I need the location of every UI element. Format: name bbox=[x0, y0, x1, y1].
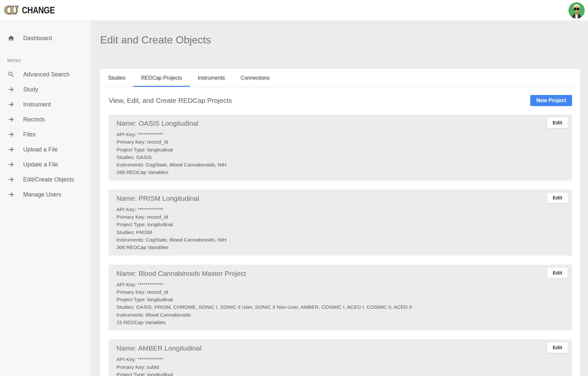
sidebar-item-instrument[interactable]: Instrument bbox=[0, 97, 90, 112]
sidebar-item-advanced-search[interactable]: Advanced Search bbox=[0, 67, 90, 82]
project-instruments: Instruments: Blood Cannabinoids bbox=[116, 311, 564, 319]
sidebar-item-label: Edit/Create Objects bbox=[23, 176, 74, 183]
sidebar-item-update-a-file[interactable]: Update a File bbox=[0, 157, 90, 172]
new-project-button[interactable]: New Project bbox=[530, 95, 572, 106]
sidebar: Dashboard MENU Advanced Search Study Ins… bbox=[0, 21, 90, 376]
edit-button[interactable]: Edit bbox=[547, 267, 568, 278]
arrow-right-icon bbox=[7, 161, 15, 168]
svg-text:CU: CU bbox=[4, 4, 18, 17]
project-instruments: Instruments: CogState, Blood Cannabinoid… bbox=[116, 236, 564, 243]
arrow-right-icon bbox=[7, 176, 15, 183]
sidebar-item-dashboard[interactable]: Dashboard bbox=[0, 31, 90, 46]
app-header: CU CHANGE bbox=[0, 0, 588, 21]
project-studies: Studies: OASIS, PRISM, CHROME, SONIC I, … bbox=[116, 303, 564, 311]
project-api-key: API Key: ************* bbox=[116, 131, 564, 138]
project-primary-key: Primary Key: record_id bbox=[116, 213, 564, 221]
project-primary-key: Primary Key: record_id bbox=[116, 138, 564, 146]
sidebar-item-label: Records bbox=[23, 116, 45, 123]
tab-panel-redcap-projects: View, Edit, and Create REDCap Projects N… bbox=[100, 87, 580, 376]
tab-connections[interactable]: Connections bbox=[233, 69, 277, 87]
sidebar-item-label: Study bbox=[23, 86, 38, 93]
arrow-right-icon bbox=[7, 191, 15, 198]
project-type: Project Type: longitudinal bbox=[116, 296, 564, 303]
project-card-blood-cannabinoids-master: Name: Blood Cannabinoids Master Project … bbox=[109, 265, 572, 331]
arrow-right-icon bbox=[7, 146, 15, 153]
project-type: Project Type: longitudinal bbox=[116, 371, 564, 376]
user-avatar[interactable] bbox=[568, 2, 585, 19]
project-variable-count: 266 REDCap Variables bbox=[116, 168, 564, 176]
content-panel: Studies REDCap Projects Instruments Conn… bbox=[100, 69, 580, 376]
sidebar-item-label: Upload a File bbox=[23, 146, 58, 153]
edit-button[interactable]: Edit bbox=[547, 117, 568, 128]
tab-redcap-projects[interactable]: REDCap Projects bbox=[133, 69, 190, 87]
project-name: Name: Blood Cannabinoids Master Project bbox=[116, 269, 564, 278]
project-name: Name: PRISM Longitudinal bbox=[116, 194, 564, 203]
project-api-key: API Key: ************* bbox=[116, 206, 564, 213]
sidebar-item-label: Advanced Search bbox=[23, 71, 70, 78]
arrow-right-icon bbox=[7, 116, 15, 123]
tab-bar: Studies REDCap Projects Instruments Conn… bbox=[100, 69, 580, 87]
project-studies: Studies: PRISM bbox=[116, 228, 564, 236]
project-variable-count: 306 REDCap Variables bbox=[116, 243, 564, 251]
sidebar-item-upload-a-file[interactable]: Upload a File bbox=[0, 142, 90, 157]
avatar-illustration-icon bbox=[568, 2, 585, 19]
sidebar-item-edit-create-objects[interactable]: Edit/Create Objects bbox=[0, 172, 90, 187]
project-primary-key: Primary Key: subid bbox=[116, 363, 564, 371]
page-title: Edit and Create Objects bbox=[100, 34, 588, 46]
sidebar-item-files[interactable]: Files bbox=[0, 127, 90, 142]
project-type: Project Type: longitudinal bbox=[116, 221, 564, 228]
sidebar-item-manage-users[interactable]: Manage Users bbox=[0, 187, 90, 202]
project-api-key: API Key: ************* bbox=[116, 355, 564, 363]
project-card-prism-longitudinal: Name: PRISM Longitudinal API Key: ******… bbox=[109, 190, 572, 256]
project-variable-count: 15 REDCap Variables bbox=[116, 319, 564, 326]
project-card-amber-longitudinal: Name: AMBER Longitudinal API Key: ******… bbox=[109, 339, 572, 376]
sidebar-item-label: Files bbox=[23, 131, 36, 138]
project-studies: Studies: OASIS bbox=[116, 153, 564, 161]
sidebar-item-label: Dashboard bbox=[23, 35, 52, 42]
cu-logo-icon: CU bbox=[4, 3, 20, 18]
section-heading: View, Edit, and Create REDCap Projects bbox=[109, 97, 232, 104]
sidebar-item-records[interactable]: Records bbox=[0, 112, 90, 127]
project-instruments: Instruments: CogState, Blood Cannabinoid… bbox=[116, 161, 564, 168]
arrow-right-icon bbox=[7, 86, 15, 93]
project-name: Name: OASIS Longitudinal bbox=[116, 118, 564, 128]
sidebar-item-label: Instrument bbox=[23, 101, 51, 108]
arrow-right-icon bbox=[7, 101, 15, 108]
project-type: Project Type: longitudinal bbox=[116, 146, 564, 153]
home-icon bbox=[7, 34, 15, 42]
main-content: Edit and Create Objects Studies REDCap P… bbox=[90, 21, 588, 376]
edit-button[interactable]: Edit bbox=[547, 342, 568, 353]
tab-studies[interactable]: Studies bbox=[100, 69, 133, 87]
sidebar-item-label: Manage Users bbox=[23, 191, 61, 198]
tab-instruments[interactable]: Instruments bbox=[190, 69, 233, 87]
sidebar-item-study[interactable]: Study bbox=[0, 82, 90, 97]
project-primary-key: Primary Key: record_id bbox=[116, 288, 564, 296]
project-api-key: API Key: ************* bbox=[116, 281, 564, 288]
project-card-oasis-longitudinal: Name: OASIS Longitudinal API Key: ******… bbox=[109, 115, 572, 180]
search-icon bbox=[7, 70, 15, 78]
edit-button[interactable]: Edit bbox=[547, 192, 568, 203]
arrow-right-icon bbox=[7, 131, 15, 138]
logo-text: CHANGE bbox=[22, 5, 55, 16]
cu-change-logo[interactable]: CU CHANGE bbox=[4, 3, 62, 18]
project-name: Name: AMBER Longitudinal bbox=[116, 343, 564, 353]
menu-section-label: MENU bbox=[0, 46, 90, 67]
sidebar-item-label: Update a File bbox=[23, 161, 58, 168]
